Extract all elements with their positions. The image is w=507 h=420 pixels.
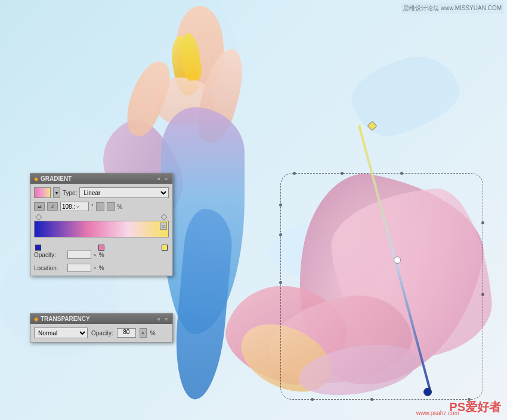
color-stop-blue[interactable] — [35, 245, 41, 251]
gradient-handle-mid[interactable] — [394, 257, 401, 264]
blend-mode-select[interactable]: Normal Multiply Screen Overlay — [34, 328, 88, 338]
gradient-slider-area: □ — [34, 215, 169, 246]
gradient-type-label: Type: — [63, 190, 77, 196]
gradient-mid-handles — [34, 215, 169, 220]
transparency-panel-menu-btn[interactable]: ≡ — [163, 316, 169, 322]
transparency-opacity-input[interactable]: 80 — [117, 328, 136, 338]
transparency-panel-controls: « ≡ — [156, 316, 169, 322]
color-stops-row — [34, 237, 169, 246]
transparency-diamond-icon: ◆ — [34, 316, 38, 322]
gradient-bar-icon[interactable]: □ — [160, 223, 167, 230]
watermark-top: 思维设计论坛 www.MISSYUAN.COM — [401, 3, 504, 14]
sel-dot-10 — [481, 221, 484, 224]
angle-icon: ∠ — [47, 202, 58, 211]
transparency-panel-collapse-btn[interactable]: « — [156, 316, 162, 322]
angle-arrow-icon[interactable]: > — [76, 205, 79, 209]
location-pct: % — [99, 265, 104, 271]
location-arrow[interactable]: > — [94, 265, 97, 271]
gradient-angle-row: ⇄ ∠ 108.: > ° % — [34, 202, 169, 211]
gradient-bar[interactable]: □ — [34, 221, 169, 237]
gradient-panel-collapse-btn[interactable]: « — [156, 176, 162, 182]
transparency-panel-body: Normal Multiply Screen Overlay Opacity: … — [30, 324, 172, 342]
transparency-panel: ◆ TRANSPARENCY « ≡ Normal Multiply Scree… — [30, 313, 173, 342]
diamond-handle-right[interactable] — [160, 214, 167, 220]
sel-dot-7 — [311, 398, 314, 401]
gradient-swatch[interactable] — [34, 187, 51, 198]
angle-value: 108.: — [62, 203, 75, 210]
transparency-panel-titlebar[interactable]: ◆ TRANSPARENCY « ≡ — [30, 314, 172, 324]
transparency-pct: % — [150, 330, 156, 336]
gradient-swatch-arrow[interactable]: ▾ — [53, 187, 60, 198]
gradient-location-row: Location: > % — [34, 264, 169, 272]
sel-dot-4 — [279, 203, 282, 206]
reverse-icon[interactable]: ⇄ — [34, 202, 45, 211]
opacity-input[interactable] — [67, 251, 91, 259]
opacity-label: Opacity: — [34, 252, 65, 258]
gradient-bar-container: □ — [34, 221, 169, 246]
gradient-panel-titlebar[interactable]: ◆ GRADIENT « ≡ — [30, 174, 172, 184]
sel-dot-8 — [370, 398, 373, 401]
cloud-decoration-1 — [345, 47, 467, 144]
opacity-arrow[interactable]: > — [94, 252, 97, 258]
location-input[interactable] — [67, 264, 91, 272]
gradient-panel-title-area: ◆ GRADIENT — [34, 175, 72, 182]
gradient-opacity-row: Opacity: > % — [34, 251, 169, 259]
location-label: Location: — [34, 265, 65, 271]
color-stop-pink[interactable] — [98, 245, 104, 251]
opacity-pct: % — [99, 252, 104, 258]
sel-dot-6 — [279, 281, 282, 284]
sel-dot-2 — [341, 172, 344, 175]
gradient-panel-controls: « ≡ — [156, 176, 169, 182]
sel-dot-1 — [293, 172, 296, 175]
diamond-handle-left[interactable] — [35, 214, 42, 220]
gradient-angle-input[interactable]: 108.: > — [60, 202, 89, 211]
color-stop-yellow[interactable] — [162, 245, 168, 251]
gradient-panel-title: GRADIENT — [41, 175, 72, 182]
degree-symbol: ° — [91, 203, 94, 209]
gradient-handle-bottom[interactable] — [423, 388, 432, 396]
gradient-type-row: ▾ Type: Linear Radial — [34, 187, 169, 198]
transparency-panel-title: TRANSPARENCY — [41, 316, 90, 322]
gradient-panel-body: ▾ Type: Linear Radial ⇄ ∠ 108.: > ° % — [30, 184, 172, 276]
sel-dot-3 — [400, 172, 403, 175]
transparency-opacity-label: Opacity: — [91, 330, 113, 336]
row2-icon-1 — [96, 202, 104, 211]
percent-sign: % — [118, 203, 123, 210]
gradient-panel-diamond-icon: ◆ — [34, 176, 38, 182]
gradient-panel: ◆ GRADIENT « ≡ ▾ Type: Linear Radial ⇄ ∠… — [30, 173, 173, 276]
gradient-panel-menu-btn[interactable]: ≡ — [163, 176, 169, 182]
transparency-title-area: ◆ TRANSPARENCY — [34, 316, 90, 322]
transparency-opacity-arrow[interactable]: > — [140, 328, 147, 338]
watermark-url: www.psahz.com — [416, 410, 459, 416]
row2-icon-2 — [107, 202, 115, 211]
gradient-type-select[interactable]: Linear Radial — [79, 187, 169, 198]
